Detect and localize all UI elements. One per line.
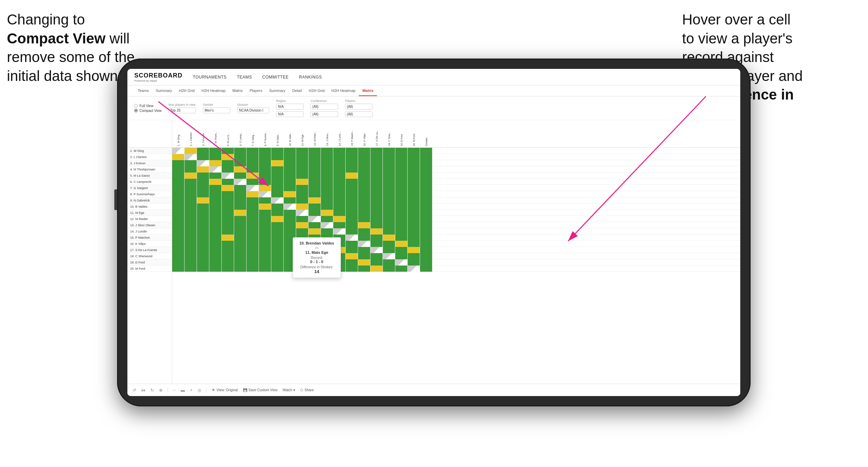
grid-cell[interactable] <box>247 247 259 253</box>
grid-cell[interactable] <box>271 259 284 266</box>
grid-cell[interactable] <box>271 253 284 259</box>
grid-cell[interactable] <box>308 166 321 173</box>
grid-cell[interactable] <box>271 210 284 216</box>
grid-cell[interactable] <box>296 210 308 216</box>
grid-cell[interactable] <box>247 154 259 160</box>
grid-cell[interactable] <box>284 216 296 222</box>
conference-select[interactable]: (All) <box>311 104 338 110</box>
grid-cell[interactable] <box>271 160 284 166</box>
grid-cell[interactable] <box>197 228 209 235</box>
grid-cell[interactable] <box>259 185 271 191</box>
grid-cell[interactable] <box>308 197 321 204</box>
target-icon[interactable]: ◎ <box>198 388 201 393</box>
grid-cell[interactable] <box>346 166 358 173</box>
subtab-summary2[interactable]: Summary <box>266 85 289 96</box>
grid-cell[interactable] <box>358 191 370 197</box>
nav-rankings[interactable]: RANKINGS <box>299 75 322 80</box>
grid-cell[interactable] <box>370 235 383 241</box>
grid-cell[interactable] <box>209 197 222 204</box>
grid-cell[interactable] <box>395 228 408 235</box>
grid-cell[interactable] <box>247 235 259 241</box>
nav-committee[interactable]: COMMITTEE <box>262 75 289 80</box>
grid-cell[interactable] <box>346 173 358 179</box>
grid-cell[interactable] <box>197 166 209 173</box>
grid-cell[interactable] <box>197 204 209 210</box>
grid-cell[interactable] <box>271 191 284 197</box>
grid-cell[interactable] <box>408 191 420 197</box>
grid-cell[interactable] <box>259 204 271 210</box>
grid-cell[interactable] <box>420 179 432 185</box>
grid-cell[interactable] <box>333 210 346 216</box>
grid-cell[interactable] <box>346 247 358 253</box>
grid-cell[interactable] <box>370 154 383 160</box>
grid-cell[interactable] <box>358 259 370 266</box>
grid-cell[interactable] <box>234 160 247 166</box>
grid-cell[interactable] <box>197 235 209 241</box>
grid-cell[interactable] <box>395 253 408 259</box>
full-view-option[interactable]: Full View <box>134 104 161 108</box>
grid-cell[interactable] <box>259 241 271 247</box>
grid-cell[interactable] <box>284 228 296 235</box>
grid-cell[interactable] <box>185 216 197 222</box>
grid-cell[interactable] <box>358 204 370 210</box>
grid-cell[interactable] <box>222 197 234 204</box>
plus-icon[interactable]: + <box>190 388 192 393</box>
grid-cell[interactable] <box>420 185 432 191</box>
grid-cell[interactable] <box>271 148 284 154</box>
grid-cell[interactable] <box>172 247 185 253</box>
grid-cell[interactable] <box>185 160 197 166</box>
grid-cell[interactable] <box>296 160 308 166</box>
grid-cell[interactable] <box>395 154 408 160</box>
grid-cell[interactable] <box>346 216 358 222</box>
subtab-h2hheatmap2[interactable]: H2H Heatmap <box>328 85 359 96</box>
grid-cell[interactable] <box>346 210 358 216</box>
grid-cell[interactable] <box>321 216 333 222</box>
grid-cell[interactable] <box>383 210 395 216</box>
grid-cell[interactable] <box>197 247 209 253</box>
grid-cell[interactable] <box>333 154 346 160</box>
grid-cell[interactable] <box>172 148 185 154</box>
grid-cell[interactable] <box>247 185 259 191</box>
grid-cell[interactable] <box>420 259 432 266</box>
grid-cell[interactable] <box>395 166 408 173</box>
compact-view-radio[interactable] <box>134 109 138 112</box>
grid-cell[interactable] <box>321 185 333 191</box>
grid-cell[interactable] <box>185 191 197 197</box>
grid-cell[interactable] <box>321 197 333 204</box>
grid-cell[interactable] <box>296 204 308 210</box>
nav-tournaments[interactable]: TOURNAMENTS <box>193 75 227 80</box>
grid-cell[interactable] <box>259 259 271 266</box>
grid-cell[interactable] <box>172 191 185 197</box>
grid-cell[interactable] <box>209 266 222 272</box>
grid-cell[interactable] <box>420 247 432 253</box>
grid-cell[interactable] <box>383 166 395 173</box>
grid-cell[interactable] <box>185 204 197 210</box>
grid-cell[interactable] <box>172 259 185 266</box>
grid-cell[interactable] <box>308 160 321 166</box>
grid-cell[interactable] <box>408 204 420 210</box>
grid-cell[interactable] <box>383 247 395 253</box>
grid-cell[interactable] <box>395 210 408 216</box>
grid-cell[interactable] <box>185 235 197 241</box>
grid-cell[interactable] <box>259 148 271 154</box>
grid-cell[interactable] <box>408 160 420 166</box>
grid-cell[interactable] <box>408 266 420 272</box>
grid-cell[interactable] <box>259 235 271 241</box>
grid-cell[interactable] <box>308 204 321 210</box>
grid-cell[interactable] <box>209 166 222 173</box>
grid-cell[interactable] <box>172 253 185 259</box>
grid-cell[interactable] <box>234 166 247 173</box>
minus-icon[interactable]: − <box>173 388 176 393</box>
watch-btn[interactable]: Watch ▾ <box>283 388 295 392</box>
grid-cell[interactable] <box>358 216 370 222</box>
grid-cell[interactable] <box>197 197 209 204</box>
grid-cell[interactable] <box>370 241 383 247</box>
grid-cell[interactable] <box>383 160 395 166</box>
grid-cell[interactable] <box>271 154 284 160</box>
grid-cell[interactable] <box>308 154 321 160</box>
grid-cell[interactable] <box>234 185 247 191</box>
grid-cell[interactable] <box>308 185 321 191</box>
grid-cell[interactable] <box>234 222 247 228</box>
grid-cell[interactable] <box>408 154 420 160</box>
grid-cell[interactable] <box>296 154 308 160</box>
